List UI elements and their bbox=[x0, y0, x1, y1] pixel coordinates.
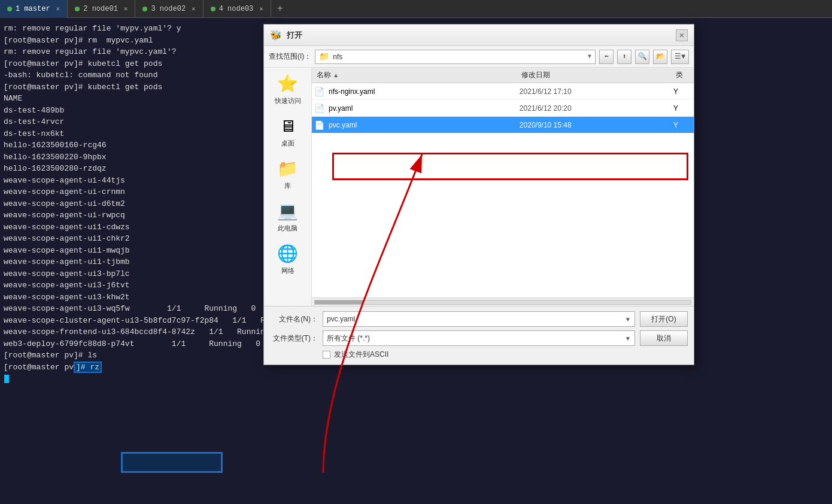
file-name-2: 📄 pvc.yaml bbox=[314, 120, 520, 130]
tab-add-button[interactable]: + bbox=[271, 0, 289, 18]
tab-dot-master bbox=[7, 7, 12, 11]
terminal-line-3: rm: remove regular file 'mypvc.yaml'? bbox=[4, 46, 260, 58]
terminal-line-29: [root@master pv]# ls bbox=[4, 350, 260, 362]
col-name-header[interactable]: 名称 ▲ bbox=[314, 70, 519, 80]
filelist-header: 名称 ▲ 修改日期 类 bbox=[312, 68, 694, 83]
terminal-line-2: [root@master pv]# rm mypvc.yaml bbox=[4, 35, 260, 47]
nav-search-button[interactable]: 🔍 bbox=[635, 50, 649, 64]
terminal-line-13: hello-1623500280-rzdqz bbox=[4, 163, 260, 175]
sidebar-item-computer[interactable]: 💻 此电脑 bbox=[277, 201, 298, 233]
terminal-line-16: weave-scope-agent-ui-d6tm2 bbox=[4, 198, 260, 210]
terminal-line-1: rm: remove regular file 'mypv.yaml'? y bbox=[4, 23, 260, 35]
file-type-1: Y bbox=[673, 104, 691, 113]
file-date-0: 2021/6/12 17:10 bbox=[520, 87, 673, 96]
desktop-label: 桌面 bbox=[281, 139, 294, 148]
terminal-line-20: weave-scope-agent-ui1-mwqjb bbox=[4, 245, 260, 257]
path-combo[interactable]: 📁 nfs ▼ bbox=[315, 50, 596, 64]
col-date-header[interactable]: 修改日期 bbox=[519, 70, 673, 80]
terminal-line-17: weave-scope-agent-ui-rwpcq bbox=[4, 210, 260, 221]
file-row-1[interactable]: 📄 pv.yaml 2021/6/12 20:20 Y bbox=[312, 100, 694, 117]
dialog-body: ⭐ 快速访问 🖥 桌面 📁 库 💻 此电脑 🌐 网络 bbox=[264, 68, 694, 306]
cancel-button[interactable]: 取消 bbox=[640, 330, 688, 346]
file-row-2[interactable]: 📄 pvc.yaml 2020/9/10 15:48 Y bbox=[312, 117, 694, 133]
terminal-line-6: [root@master pv]# kubectl get pods bbox=[4, 81, 260, 93]
tab-dot-node03 bbox=[211, 7, 215, 11]
path-combo-arrow: ▼ bbox=[588, 53, 591, 60]
terminal-line-14: weave-scope-agent-ui-44tjs bbox=[4, 175, 260, 187]
file-open-dialog: 🐝 打开 ✕ 查找范围(I)： 📁 nfs ▼ ⬅ ⬆ 🔍 📂 ☰▼ ⭐ 快速访… bbox=[263, 24, 694, 365]
terminal-line-15: weave-scope-agent-ui-crnmn bbox=[4, 186, 260, 198]
terminal-line-11: hello-1623500160-rcg46 bbox=[4, 139, 260, 151]
tab-label-node02: 3 node02 bbox=[151, 5, 186, 13]
network-label: 网络 bbox=[281, 266, 294, 275]
checkbox-row: 发送文件到ASCII bbox=[270, 350, 688, 360]
filename-input[interactable]: pvc.yaml ▼ bbox=[323, 311, 635, 327]
dialog-sidebar: ⭐ 快速访问 🖥 桌面 📁 库 💻 此电脑 🌐 网络 bbox=[264, 68, 312, 306]
file-row-0[interactable]: 📄 nfs-nginx.yaml 2021/6/12 17:10 Y bbox=[312, 83, 694, 100]
ascii-checkbox-label: 发送文件到ASCII bbox=[334, 350, 388, 360]
file-name-0: 📄 nfs-nginx.yaml bbox=[314, 87, 520, 96]
horizontal-scrollbar[interactable] bbox=[312, 297, 694, 306]
library-icon: 📁 bbox=[277, 159, 298, 179]
quick-access-label: 快速访问 bbox=[275, 96, 301, 105]
file-date-1: 2021/6/12 20:20 bbox=[520, 104, 673, 113]
sidebar-item-desktop[interactable]: 🖥 桌面 bbox=[280, 116, 296, 148]
file-type-0: Y bbox=[673, 87, 691, 96]
quick-access-icon: ⭐ bbox=[277, 74, 298, 94]
dialog-title-icon: 🐝 bbox=[270, 29, 282, 41]
terminal-line-12: hello-1623500220-9hpbx bbox=[4, 151, 260, 163]
dialog-bottom: 文件名(N)： pvc.yaml ▼ 打开(O) 文件类型(T)： 所有文件 (… bbox=[264, 306, 694, 365]
desktop-icon: 🖥 bbox=[280, 116, 296, 136]
nav-back-button[interactable]: ⬅ bbox=[599, 50, 614, 64]
view-toggle-button[interactable]: ☰▼ bbox=[671, 50, 689, 64]
nav-folder-button[interactable]: 📂 bbox=[653, 50, 667, 64]
filename-arrow-icon: ▼ bbox=[625, 316, 631, 323]
sidebar-item-network[interactable]: 🌐 网络 bbox=[277, 244, 298, 275]
dialog-toolbar: 查找范围(I)： 📁 nfs ▼ ⬅ ⬆ 🔍 📂 ☰▼ bbox=[264, 46, 694, 68]
terminal-line-18: weave-scope-agent-ui1-cdwzs bbox=[4, 221, 260, 233]
hscroll-thumb bbox=[315, 300, 363, 304]
sidebar-item-library[interactable]: 📁 库 bbox=[277, 159, 298, 190]
filetype-arrow-icon: ▼ bbox=[625, 335, 631, 342]
terminal-line-28: web3-deploy-6799fc88d8-p74vt 1/1 Running… bbox=[4, 338, 260, 350]
filetype-select[interactable]: 所有文件 (*.*) ▼ bbox=[323, 330, 635, 346]
terminal-cursor-line bbox=[4, 373, 260, 385]
computer-label: 此电脑 bbox=[278, 224, 297, 233]
current-path-text: nfs bbox=[333, 53, 588, 61]
tab-node01[interactable]: 2 node01 ✕ bbox=[68, 0, 135, 18]
file-icon-2: 📄 bbox=[314, 120, 326, 130]
tab-master[interactable]: 1 master ✕ bbox=[0, 0, 68, 18]
terminal-line-8: ds-test-489bb bbox=[4, 105, 260, 117]
nav-up-button[interactable]: ⬆ bbox=[617, 50, 631, 64]
tab-node02[interactable]: 3 node02 ✕ bbox=[135, 0, 203, 18]
terminal-line-5: -bash: kubetcl: command not found bbox=[4, 69, 260, 81]
tab-bar: 1 master ✕ 2 node01 ✕ 3 node02 ✕ 4 node0… bbox=[0, 0, 832, 18]
sort-arrow-icon: ▲ bbox=[333, 72, 339, 78]
ascii-checkbox[interactable] bbox=[323, 351, 330, 359]
filetype-label: 文件类型(T)： bbox=[270, 333, 318, 344]
terminal-line-7: NAME bbox=[4, 93, 260, 105]
sidebar-item-quick-access[interactable]: ⭐ 快速访问 bbox=[275, 74, 301, 105]
open-button[interactable]: 打开(O) bbox=[640, 311, 688, 327]
search-range-label: 查找范围(I)： bbox=[269, 51, 311, 62]
terminal-line-23: weave-scope-agent-ui3-j6tvt bbox=[4, 280, 260, 292]
dialog-close-button[interactable]: ✕ bbox=[676, 29, 688, 41]
terminal-line-21: weave-scope-agent-ui1-tjbmb bbox=[4, 256, 260, 268]
file-icon-1: 📄 bbox=[314, 104, 326, 113]
terminal-line-22: weave-scope-agent-ui3-bp7lc bbox=[4, 268, 260, 280]
file-rows-container: 📄 nfs-nginx.yaml 2021/6/12 17:10 Y 📄 pv.… bbox=[312, 83, 694, 297]
folder-icon: 📁 bbox=[319, 51, 329, 62]
tab-label-master: 1 master bbox=[16, 5, 50, 13]
tab-dot-node02 bbox=[142, 7, 147, 11]
tab-node03[interactable]: 4 node03 ✕ bbox=[204, 0, 271, 18]
col-type-header[interactable]: 类 bbox=[673, 70, 691, 80]
terminal-line-9: ds-test-4rvcr bbox=[4, 116, 260, 128]
tab-close-master[interactable]: ✕ bbox=[56, 5, 60, 13]
tab-dot-node01 bbox=[75, 7, 80, 11]
tab-close-node03[interactable]: ✕ bbox=[259, 5, 263, 13]
tab-label-node01: 2 node01 bbox=[83, 5, 118, 13]
tab-close-node02[interactable]: ✕ bbox=[192, 5, 196, 13]
terminal-line-19: weave-scope-agent-ui1-chkr2 bbox=[4, 233, 260, 245]
tab-label-node03: 4 node03 bbox=[219, 5, 254, 13]
tab-close-node01[interactable]: ✕ bbox=[124, 5, 128, 13]
